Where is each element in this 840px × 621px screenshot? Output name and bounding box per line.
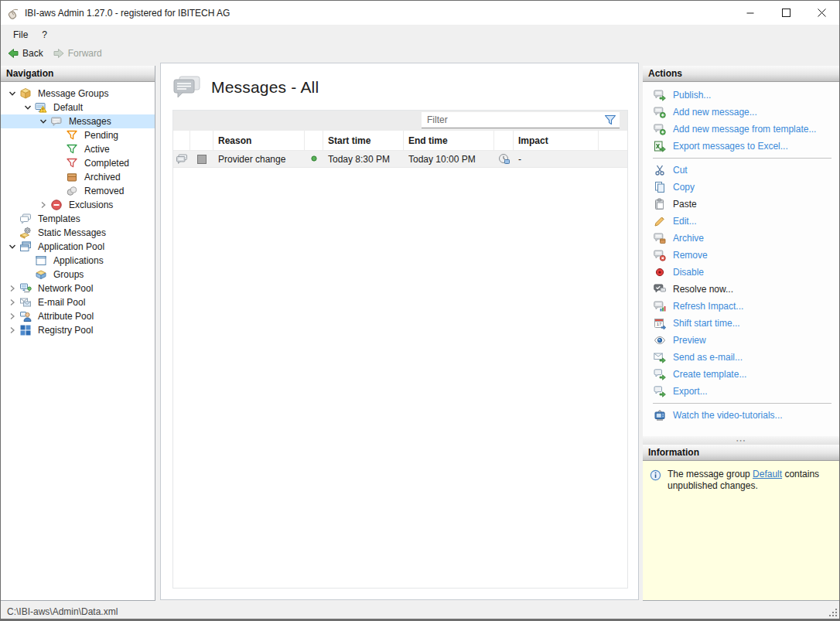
action-label: Preview: [673, 335, 706, 346]
attribute-pool-icon: [19, 310, 32, 322]
tree-item-application-pool[interactable]: Application Pool: [1, 240, 155, 254]
chevron-collapsed-icon[interactable]: [36, 199, 50, 211]
action-export-messages-to-excel[interactable]: Export messages to Excel...: [643, 138, 839, 155]
row-end-time: Today 10:00 PM: [404, 154, 494, 165]
action-export[interactable]: Export...: [643, 383, 839, 400]
action-add-new-message-from-template[interactable]: Add new message from template...: [643, 121, 839, 138]
filter-funnel-icon[interactable]: [604, 114, 616, 126]
tree-item-groups[interactable]: Groups: [1, 268, 155, 281]
back-button[interactable]: Back: [2, 46, 48, 61]
tree-item-static-messages[interactable]: Static Messages: [1, 226, 155, 240]
chevron-expanded-icon[interactable]: [36, 115, 50, 128]
act-disable-icon: [654, 266, 666, 278]
minimize-button[interactable]: [732, 1, 768, 25]
column-header-reason[interactable]: Reason: [213, 131, 305, 150]
chevron-spacer: [5, 227, 19, 239]
action-refresh-impact[interactable]: Refresh Impact...: [643, 298, 839, 315]
tree-item-default[interactable]: Default: [1, 101, 155, 114]
action-resolve-now[interactable]: Resolve now...: [643, 281, 839, 298]
page-title: Messages - All: [211, 78, 319, 97]
column-header-start-time[interactable]: Start time: [323, 131, 404, 150]
action-publish[interactable]: Publish...: [643, 87, 839, 104]
forward-button[interactable]: Forward: [48, 46, 107, 61]
action-shift-start-time[interactable]: 17Shift start time...: [643, 315, 839, 332]
column-header-impact-icon[interactable]: [494, 131, 514, 150]
action-remove[interactable]: Remove: [643, 247, 839, 264]
column-header-impact[interactable]: Impact: [514, 131, 599, 150]
action-archive[interactable]: Archive: [643, 230, 839, 247]
chevron-collapsed-icon[interactable]: [5, 324, 19, 336]
column-header-state[interactable]: [190, 131, 213, 150]
funnel-pending-icon: [66, 129, 78, 142]
action-paste[interactable]: Paste: [643, 196, 839, 213]
tree-item-exclusions[interactable]: Exclusions: [1, 198, 155, 212]
tree-item-attribute-pool[interactable]: Attribute Pool: [1, 309, 155, 323]
action-preview[interactable]: Preview: [643, 332, 839, 349]
chevron-collapsed-icon[interactable]: [5, 310, 19, 322]
action-create-template[interactable]: Create template...: [643, 366, 839, 383]
chevron-collapsed-icon[interactable]: [5, 282, 19, 295]
action-edit[interactable]: Edit...: [643, 213, 839, 230]
tree-item-label: E-mail Pool: [36, 296, 87, 309]
tree-item-e-mail-pool[interactable]: E-mail Pool: [1, 295, 155, 309]
tree-item-label: Message Groups: [36, 87, 111, 100]
maximize-button[interactable]: [768, 1, 804, 25]
column-header-status[interactable]: [305, 131, 323, 150]
actions-separator: [653, 158, 831, 159]
tree-item-network-pool[interactable]: Network Pool: [1, 281, 155, 295]
actions-info-splitter[interactable]: ⋯: [643, 436, 839, 445]
action-label: Watch the video-tutorials...: [673, 410, 783, 421]
tree-item-completed[interactable]: Completed: [1, 156, 155, 170]
tree-item-applications[interactable]: Applications: [1, 254, 155, 268]
information-text: The message group Default contains unpub…: [668, 469, 831, 492]
tree-item-removed[interactable]: Removed: [1, 184, 155, 198]
act-cut-icon: [654, 164, 666, 176]
forward-arrow-icon: [53, 47, 65, 60]
close-button[interactable]: [804, 1, 839, 25]
menu-file[interactable]: File: [6, 26, 35, 43]
filter-input[interactable]: [422, 112, 603, 128]
act-paste-icon: [654, 198, 666, 210]
chevron-collapsed-icon[interactable]: [5, 296, 19, 309]
tree-item-label: Removed: [82, 185, 126, 197]
tree-item-registry-pool[interactable]: Registry Pool: [1, 323, 155, 337]
chevron-expanded-icon[interactable]: [5, 87, 19, 100]
tree-item-messages[interactable]: Messages: [1, 114, 155, 128]
tree-item-label: Applications: [51, 254, 106, 267]
action-cut[interactable]: Cut: [643, 162, 839, 179]
action-label: Disable: [673, 267, 704, 278]
chevron-spacer: [5, 213, 19, 225]
menu-help[interactable]: ?: [35, 26, 54, 43]
column-header-type[interactable]: [173, 131, 190, 150]
tree-item-archived[interactable]: Archived: [1, 170, 155, 184]
back-label: Back: [22, 48, 43, 59]
status-path: C:\IBI-aws\Admin\Data.xml: [7, 606, 118, 617]
tree-item-message-groups[interactable]: Message Groups: [1, 87, 155, 101]
tree-item-templates[interactable]: Templates: [1, 212, 155, 226]
action-disable[interactable]: Disable: [643, 264, 839, 281]
act-resolve-icon: [654, 283, 666, 295]
action-copy[interactable]: Copy: [643, 179, 839, 196]
state-square-icon: [196, 153, 208, 165]
tree-item-active[interactable]: Active: [1, 142, 155, 156]
action-label: Add new message...: [673, 107, 757, 118]
chevron-expanded-icon[interactable]: [5, 241, 19, 253]
resize-grip[interactable]: [828, 607, 838, 617]
table-row[interactable]: Provider change Today 8:30 PM Today 10:0…: [173, 151, 627, 168]
messages-title-icon: [173, 76, 201, 99]
action-add-new-message[interactable]: Add new message...: [643, 104, 839, 121]
default-group-link[interactable]: Default: [753, 469, 782, 479]
application-pool-icon: [19, 241, 32, 253]
chevron-spacer: [21, 254, 35, 267]
tree-item-label: Static Messages: [36, 227, 108, 239]
action-send-as-e-mail[interactable]: Send as e-mail...: [643, 349, 839, 366]
row-impact: -: [514, 154, 599, 165]
action-label: Create template...: [673, 369, 746, 380]
tree-item-pending[interactable]: Pending: [1, 128, 155, 142]
column-header-end-time[interactable]: End time: [404, 131, 494, 150]
tree-item-label: Active: [82, 143, 112, 155]
chevron-spacer: [52, 185, 66, 197]
chevron-expanded-icon[interactable]: [21, 101, 35, 114]
info-text-before: The message group: [668, 469, 753, 479]
action-watch-the-video-tutorials[interactable]: Watch the video-tutorials...: [643, 407, 839, 424]
